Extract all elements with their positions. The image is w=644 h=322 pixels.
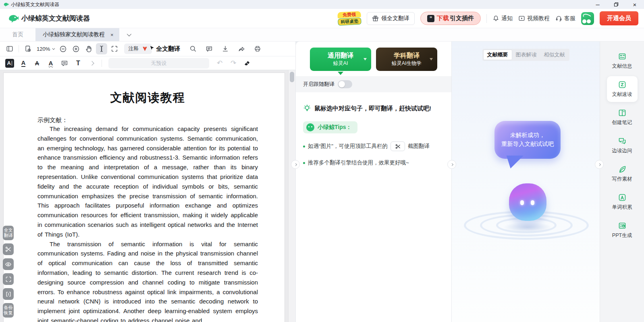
tab-list-dropdown[interactable] [119, 28, 138, 41]
claim-translation-button[interactable]: 领全文翻译 [367, 12, 415, 25]
word-a-icon [618, 193, 627, 202]
header-divider [486, 14, 487, 23]
mascot-eye [520, 200, 524, 205]
sidebar-item-ppt-generate[interactable]: PPT生成 [612, 221, 632, 239]
eraser-button[interactable] [241, 58, 253, 69]
promo-badge[interactable]: 免费领 科研桌垫 [337, 11, 361, 26]
zoom-level-select[interactable]: 120% [35, 46, 56, 52]
fullscreen-tool[interactable] [3, 273, 14, 285]
sidebar-item-writing-material[interactable]: 写作素材 [612, 165, 632, 183]
split-view-icon [5, 291, 12, 297]
dropdown-icon [430, 58, 433, 62]
plugin-name-label: 引文插件 [450, 15, 474, 22]
note-tool-button[interactable] [59, 58, 70, 69]
screenshot-translate-chip[interactable] [391, 141, 405, 151]
bulb-icon [303, 104, 311, 112]
blob-shadow [503, 222, 552, 233]
close-button[interactable]: × [625, 0, 644, 9]
focus-mode-tool[interactable] [3, 258, 14, 270]
pdf-toolbar: 120% 注释 [0, 42, 295, 56]
comments-button[interactable] [204, 43, 215, 54]
collapse-translate-panel-button[interactable] [291, 160, 300, 169]
text-select-tool-button[interactable] [96, 43, 107, 54]
annotation-preset-field[interactable]: 无预设 [108, 58, 209, 69]
sidebar-item-speed-read[interactable]: 文献速读 [607, 76, 638, 102]
document-paragraph: The transmission of semantic information… [37, 239, 258, 322]
tab-overview[interactable]: 文献概要 [483, 50, 512, 60]
strikethrough-tool-button[interactable]: A [31, 58, 43, 69]
leaf-icon [618, 165, 627, 174]
undo-button[interactable]: ↶ [214, 58, 225, 69]
document-label: 示例文献： [37, 116, 258, 124]
collapse-sidebar-button[interactable] [595, 160, 604, 169]
highlight-tool-button[interactable]: A [4, 58, 15, 69]
tab-figure-analysis[interactable]: 图表解读 [512, 50, 540, 60]
feature-sidebar: 文献信息 文献速读 创建笔记 边读边问 写作素材 [600, 42, 644, 322]
print-icon[interactable] [252, 43, 263, 54]
avatar-glasses-left [582, 19, 586, 23]
split-view-tool[interactable] [3, 288, 14, 300]
user-avatar[interactable] [581, 12, 594, 25]
squiggly-tool-button[interactable]: A [45, 58, 56, 69]
zoom-out-button[interactable] [57, 43, 69, 54]
document-canvas[interactable]: 文献阅读教程 示例文献： The increasing demand for c… [0, 70, 295, 322]
support-button[interactable]: 客服 [555, 15, 575, 22]
sidebar-item-create-note[interactable]: 创建笔记 [612, 108, 632, 126]
underline-tool-button[interactable]: A [18, 58, 29, 69]
notifications-button[interactable]: 通知 [492, 15, 513, 22]
hand-tool-button[interactable] [83, 43, 94, 54]
dropdown-icon [364, 58, 367, 62]
text-tool-icon: T [76, 60, 80, 67]
collapse-summary-panel-button[interactable] [447, 160, 456, 169]
download-icon[interactable] [220, 43, 231, 54]
sidebar-item-doc-info[interactable]: 文献信息 [612, 52, 632, 70]
tab-home[interactable]: 首页 [0, 28, 35, 41]
annotate-translate-toggle[interactable]: 注释 [124, 44, 152, 54]
annotation-toolbar: A A A A T 无预设 ↶ ↷ [0, 56, 295, 70]
tab-close-icon[interactable]: × [110, 32, 114, 38]
whale-blob-mascot [509, 183, 546, 221]
subject-translate-button[interactable]: 学科翻译 鲸灵AI生物学 [376, 48, 437, 71]
minimize-button[interactable]: ─ [588, 0, 607, 9]
follow-translate-toggle[interactable] [338, 80, 352, 88]
open-membership-button[interactable]: 开通会员 [600, 11, 638, 25]
plugin-action-label: 下载 [437, 15, 449, 22]
tab-similar-papers[interactable]: 相似文献 [540, 50, 569, 60]
logo-whale-icon [8, 13, 19, 24]
restore-button[interactable] [607, 0, 625, 9]
fullscreen-button[interactable] [109, 43, 120, 54]
zoom-in-button[interactable] [70, 43, 81, 54]
logo-text: 小绿鲸英文文献阅读器 [21, 14, 90, 23]
tab-tutorial[interactable]: 小绿鲸独家文献阅读教程 × [35, 28, 119, 41]
annotate-segment[interactable]: 注释 [128, 45, 139, 52]
pdf-page[interactable]: 文献阅读教程 示例文献： The increasing demand for c… [3, 73, 285, 322]
sidebar-toggle-button[interactable] [4, 43, 15, 54]
scissors-icon [5, 246, 12, 253]
screenshot-translate-tool[interactable] [3, 243, 14, 255]
underline-icon: A [21, 59, 26, 67]
document-paragraph: The increasing demand for communication … [37, 124, 258, 239]
share-icon[interactable] [236, 43, 247, 54]
download-plugin-button[interactable]: ” 下载引文插件 [420, 12, 481, 25]
scrollbar-thumb[interactable] [290, 72, 294, 82]
search-icon[interactable] [187, 43, 199, 54]
promo-line2: 科研桌垫 [338, 17, 361, 25]
fulltext-translate-tool[interactable]: 全文 翻译 [3, 226, 14, 240]
sidebar-item-vocabulary[interactable]: 单词积累 [612, 193, 632, 211]
video-tutorial-button[interactable]: 视频教程 [518, 15, 550, 22]
main-area: 120% 注释 [0, 42, 644, 322]
sidebar-item-ask-while-reading[interactable]: 边读边问 [612, 137, 632, 154]
redo-button[interactable]: ↷ [228, 58, 239, 69]
tips-badge: 小绿鲸Tips： [303, 121, 357, 133]
vertical-scrollbar[interactable] [288, 70, 295, 322]
page-settings-button[interactable] [22, 43, 33, 54]
full-translate-segment[interactable]: 全文翻译 [156, 45, 180, 53]
pdf-viewer: 120% 注释 [0, 42, 295, 322]
backup-restore-tool[interactable]: 备份 恢复 [3, 303, 14, 318]
eye-icon [5, 261, 12, 268]
text-annotation-button[interactable]: T [73, 58, 84, 69]
avatar-whale-icon [582, 12, 592, 20]
word-plugin-icon: ” [427, 15, 434, 22]
more-tools-button[interactable] [86, 58, 98, 69]
general-translate-button[interactable]: 通用翻译 鲸灵AI [310, 48, 371, 71]
